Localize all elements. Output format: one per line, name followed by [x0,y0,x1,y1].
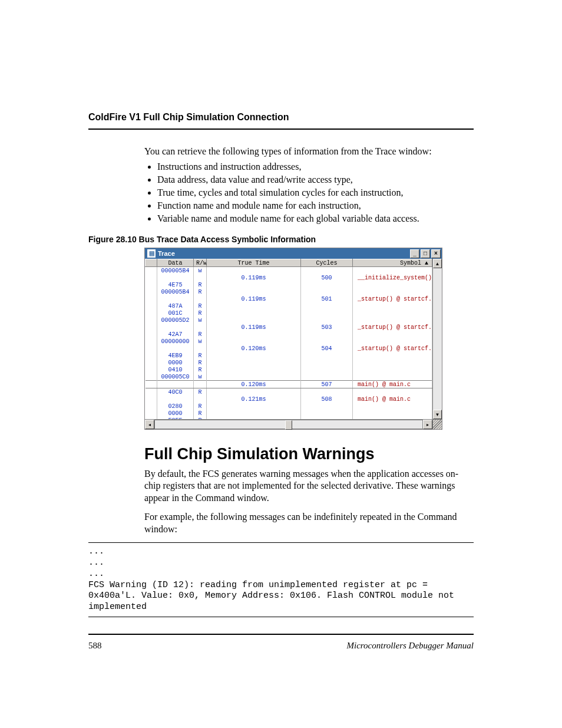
col-time[interactable]: True Time [207,259,301,267]
col-symbol-label: Symbol [400,260,421,266]
trace-row[interactable]: 4E75R [146,281,432,288]
trace-row[interactable]: 0000R [146,359,432,366]
scroll-right-icon[interactable]: ▸ [423,420,432,429]
trace-cell: 0000 [157,359,194,366]
trace-cell [207,281,301,288]
trace-cell [301,338,353,345]
trace-cell [353,267,432,275]
trace-cell [301,373,353,381]
trace-cell: 487A [157,302,194,309]
trace-cell: 000005C0 [157,373,194,381]
trace-cell [301,317,353,324]
trace-cell: 0000 [157,410,194,417]
col-symbol[interactable]: Symbol ▲ [353,259,432,267]
trace-cell [146,388,157,396]
trace-cell [146,381,157,388]
trace-row[interactable]: 0.119ms501_startup() @ startcf.c [146,295,432,302]
trace-cell [353,317,432,324]
trace-row[interactable]: 0.120ms507main() @ main.c [146,381,432,388]
scroll-track[interactable] [433,268,442,410]
trace-body: Data R/w True Time Cycles Symbol ▲ 00000… [145,259,442,419]
bullet-item: Data address, data value and read/write … [157,174,474,185]
trace-cell [301,403,353,410]
window-title: Trace [158,250,409,257]
trace-row[interactable]: 000005D2w [146,317,432,324]
trace-cell [146,396,157,403]
titlebar[interactable]: ▤ Trace _ □ × [145,248,442,259]
col-blank[interactable] [146,259,157,267]
trace-row[interactable]: 000005C0w [146,373,432,381]
trace-cell [207,309,301,317]
trace-cell [353,288,432,295]
trace-row[interactable]: 00000000w [146,338,432,345]
minimize-button[interactable]: _ [410,249,419,258]
h-scroll-thumb[interactable] [285,420,292,430]
trace-row[interactable]: 0410R [146,366,432,373]
trace-cell [353,302,432,309]
trace-row[interactable]: 42A7R [146,331,432,338]
trace-cell [157,381,194,388]
col-rw[interactable]: R/w [194,259,207,267]
trace-cell: 0.121ms [207,396,301,403]
trace-cell [301,302,353,309]
close-button[interactable]: × [431,249,441,258]
trace-header-row[interactable]: Data R/w True Time Cycles Symbol ▲ [146,259,432,267]
trace-row[interactable]: 0.120ms504_startup() @ startcf.c [146,345,432,352]
trace-table-wrap: Data R/w True Time Cycles Symbol ▲ 00000… [145,259,432,419]
trace-row[interactable]: 0000R [146,410,432,417]
trace-cell [146,366,157,373]
vertical-scrollbar[interactable]: ▲ ▼ [432,259,442,419]
paragraph: For example, the following messages can … [144,511,474,535]
trace-cell: 000005B4 [157,288,194,295]
trace-row[interactable]: 4EB9R [146,352,432,359]
scroll-down-icon[interactable]: ▼ [433,410,442,419]
trace-row[interactable]: 40C0R [146,388,432,396]
trace-cell [301,359,353,366]
trace-app-icon: ▤ [147,249,156,258]
trace-window: ▤ Trace _ □ × Data R/w [144,248,442,430]
body-content-top: You can retrieve the following types of … [144,146,474,224]
trace-row[interactable]: 000005B4w [146,267,432,275]
trace-cell [146,274,157,281]
trace-cell [207,366,301,373]
h-scroll-track[interactable] [154,420,423,429]
bullet-item: Function name and module name for each i… [157,200,474,211]
trace-cell [353,366,432,373]
trace-cell [157,345,194,352]
trace-cell [146,403,157,410]
trace-row[interactable]: 000005B4R [146,288,432,295]
trace-table: Data R/w True Time Cycles Symbol ▲ 00000… [145,259,432,419]
trace-row[interactable]: 0280R [146,403,432,410]
trace-cell [353,410,432,417]
scroll-left-icon[interactable]: ◂ [145,420,154,429]
trace-cell: w [194,317,207,324]
trace-row[interactable]: 487AR [146,302,432,309]
trace-row[interactable]: 0.119ms503_startup() @ startcf.c [146,324,432,331]
trace-cell: 0.119ms [207,295,301,302]
trace-cell [146,317,157,324]
trace-cell: R [194,302,207,309]
trace-cell [353,331,432,338]
col-cycles[interactable]: Cycles [301,259,353,267]
trace-cell: 501 [301,295,353,302]
resize-grip-icon[interactable] [432,420,442,429]
running-header: ColdFire V1 Full Chip Simulation Connect… [88,112,474,123]
trace-cell: 42A7 [157,331,194,338]
horizontal-scrollbar[interactable]: ◂ ▸ [145,419,442,429]
trace-row[interactable]: 0.119ms500__initialize_system() @ star [146,274,432,281]
scroll-up-icon[interactable]: ▲ [433,259,442,268]
trace-cell [207,317,301,324]
trace-cell [301,288,353,295]
maximize-button[interactable]: □ [421,249,430,258]
trace-cell [146,417,157,419]
trace-cell [146,331,157,338]
trace-cell [146,288,157,295]
trace-row[interactable]: 0.121ms508main() @ main.c [146,396,432,403]
page-number: 588 [88,641,102,651]
trace-row[interactable]: F8FFR [146,417,432,419]
bullet-item: True time, cycles and total simulation c… [157,187,474,198]
trace-cell: 0.119ms [207,274,301,281]
body-content-bottom: Full Chip Simulation Warnings By default… [144,445,474,535]
col-data[interactable]: Data [157,259,194,267]
trace-row[interactable]: 001CR [146,309,432,317]
